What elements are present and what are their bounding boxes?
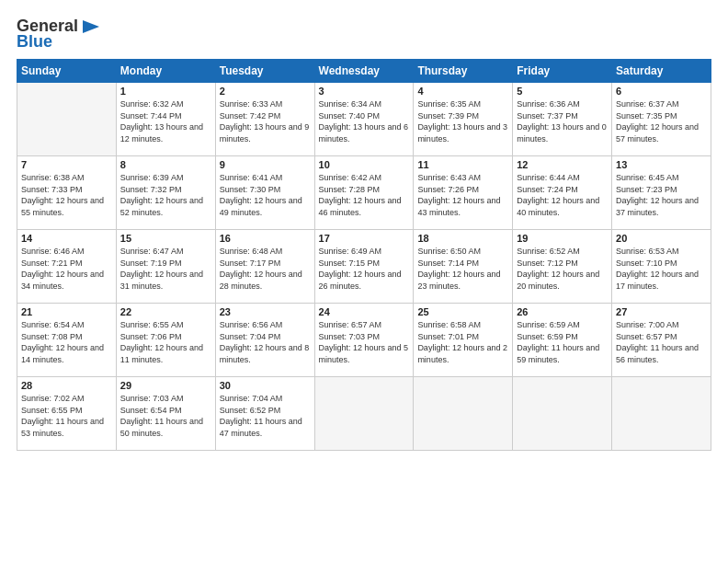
day-number: 20 xyxy=(616,233,707,244)
calendar-cell: 10 Sunrise: 6:42 AMSunset: 7:28 PMDaylig… xyxy=(314,156,414,230)
day-number: 17 xyxy=(319,233,410,244)
day-info: Sunrise: 6:46 AMSunset: 7:21 PMDaylight:… xyxy=(21,246,112,292)
day-number: 4 xyxy=(417,86,508,97)
header-saturday: Saturday xyxy=(612,60,711,83)
day-info: Sunrise: 6:35 AMSunset: 7:39 PMDaylight:… xyxy=(417,98,508,144)
calendar-cell: 15 Sunrise: 6:47 AMSunset: 7:19 PMDaylig… xyxy=(116,230,215,304)
calendar-cell: 16 Sunrise: 6:48 AMSunset: 7:17 PMDaylig… xyxy=(215,230,314,304)
calendar-cell: 25 Sunrise: 6:58 AMSunset: 7:01 PMDaylig… xyxy=(414,304,513,377)
day-number: 18 xyxy=(417,233,508,244)
calendar-cell xyxy=(612,377,711,451)
calendar-cell: 9 Sunrise: 6:41 AMSunset: 7:30 PMDayligh… xyxy=(215,156,314,230)
calendar-cell: 3 Sunrise: 6:34 AMSunset: 7:40 PMDayligh… xyxy=(314,83,414,156)
calendar-cell: 17 Sunrise: 6:49 AMSunset: 7:15 PMDaylig… xyxy=(314,230,414,304)
day-number: 13 xyxy=(616,159,707,170)
calendar-cell: 18 Sunrise: 6:50 AMSunset: 7:14 PMDaylig… xyxy=(414,230,513,304)
calendar-cell: 1 Sunrise: 6:32 AMSunset: 7:44 PMDayligh… xyxy=(116,83,215,156)
header-friday: Friday xyxy=(513,60,612,83)
day-number: 3 xyxy=(319,86,410,97)
calendar-cell: 21 Sunrise: 6:54 AMSunset: 7:08 PMDaylig… xyxy=(17,304,117,377)
day-number: 19 xyxy=(517,233,608,244)
day-number: 8 xyxy=(120,159,211,170)
day-info: Sunrise: 6:32 AMSunset: 7:44 PMDaylight:… xyxy=(120,98,211,144)
calendar-cell: 26 Sunrise: 6:59 AMSunset: 6:59 PMDaylig… xyxy=(513,304,612,377)
day-info: Sunrise: 6:37 AMSunset: 7:35 PMDaylight:… xyxy=(616,98,707,144)
calendar-cell: 29 Sunrise: 7:03 AMSunset: 6:54 PMDaylig… xyxy=(116,377,215,451)
header-sunday: Sunday xyxy=(17,60,117,83)
day-number: 21 xyxy=(21,306,112,317)
day-info: Sunrise: 6:56 AMSunset: 7:04 PMDaylight:… xyxy=(220,319,311,365)
logo-flag-icon xyxy=(81,19,101,34)
day-number: 24 xyxy=(319,306,410,317)
calendar-cell xyxy=(314,377,414,451)
day-info: Sunrise: 6:47 AMSunset: 7:19 PMDaylight:… xyxy=(120,246,211,292)
day-info: Sunrise: 6:42 AMSunset: 7:28 PMDaylight:… xyxy=(319,172,410,218)
day-number: 9 xyxy=(220,159,311,170)
day-number: 22 xyxy=(120,306,211,317)
logo: General Blue xyxy=(17,17,101,52)
day-number: 25 xyxy=(417,306,508,317)
day-number: 27 xyxy=(616,306,707,317)
day-info: Sunrise: 6:55 AMSunset: 7:06 PMDaylight:… xyxy=(120,319,211,365)
calendar-cell xyxy=(414,377,513,451)
day-info: Sunrise: 6:48 AMSunset: 7:17 PMDaylight:… xyxy=(220,246,311,292)
day-number: 28 xyxy=(21,380,112,391)
day-info: Sunrise: 6:53 AMSunset: 7:10 PMDaylight:… xyxy=(616,246,707,292)
calendar-cell: 13 Sunrise: 6:45 AMSunset: 7:23 PMDaylig… xyxy=(612,156,711,230)
calendar-cell: 22 Sunrise: 6:55 AMSunset: 7:06 PMDaylig… xyxy=(116,304,215,377)
weekday-header-row: Sunday Monday Tuesday Wednesday Thursday… xyxy=(17,60,711,83)
calendar-cell: 5 Sunrise: 6:36 AMSunset: 7:37 PMDayligh… xyxy=(513,83,612,156)
day-info: Sunrise: 6:34 AMSunset: 7:40 PMDaylight:… xyxy=(319,98,410,144)
header: General Blue xyxy=(17,17,711,52)
calendar-cell: 6 Sunrise: 6:37 AMSunset: 7:35 PMDayligh… xyxy=(612,83,711,156)
svg-marker-0 xyxy=(83,20,99,33)
day-info: Sunrise: 6:52 AMSunset: 7:12 PMDaylight:… xyxy=(517,246,608,292)
day-info: Sunrise: 7:00 AMSunset: 6:57 PMDaylight:… xyxy=(616,319,707,365)
calendar-row-2: 7 Sunrise: 6:38 AMSunset: 7:33 PMDayligh… xyxy=(17,156,711,230)
calendar-cell: 2 Sunrise: 6:33 AMSunset: 7:42 PMDayligh… xyxy=(215,83,314,156)
calendar-row-3: 14 Sunrise: 6:46 AMSunset: 7:21 PMDaylig… xyxy=(17,230,711,304)
day-info: Sunrise: 7:03 AMSunset: 6:54 PMDaylight:… xyxy=(120,393,211,439)
day-info: Sunrise: 6:43 AMSunset: 7:26 PMDaylight:… xyxy=(417,172,508,218)
day-number: 7 xyxy=(21,159,112,170)
day-number: 12 xyxy=(517,159,608,170)
calendar-cell: 27 Sunrise: 7:00 AMSunset: 6:57 PMDaylig… xyxy=(612,304,711,377)
day-info: Sunrise: 6:49 AMSunset: 7:15 PMDaylight:… xyxy=(319,246,410,292)
calendar-row-1: 1 Sunrise: 6:32 AMSunset: 7:44 PMDayligh… xyxy=(17,83,711,156)
calendar-cell xyxy=(513,377,612,451)
calendar-row-5: 28 Sunrise: 7:02 AMSunset: 6:55 PMDaylig… xyxy=(17,377,711,451)
day-info: Sunrise: 6:33 AMSunset: 7:42 PMDaylight:… xyxy=(220,98,311,144)
header-monday: Monday xyxy=(116,60,215,83)
calendar-cell: 12 Sunrise: 6:44 AMSunset: 7:24 PMDaylig… xyxy=(513,156,612,230)
day-number: 6 xyxy=(616,86,707,97)
day-number: 30 xyxy=(220,380,311,391)
calendar-cell: 7 Sunrise: 6:38 AMSunset: 7:33 PMDayligh… xyxy=(17,156,117,230)
day-info: Sunrise: 6:54 AMSunset: 7:08 PMDaylight:… xyxy=(21,319,112,365)
header-tuesday: Tuesday xyxy=(215,60,314,83)
day-number: 11 xyxy=(417,159,508,170)
day-number: 15 xyxy=(120,233,211,244)
header-wednesday: Wednesday xyxy=(314,60,414,83)
day-info: Sunrise: 6:38 AMSunset: 7:33 PMDaylight:… xyxy=(21,172,112,218)
day-number: 10 xyxy=(319,159,410,170)
calendar-cell: 14 Sunrise: 6:46 AMSunset: 7:21 PMDaylig… xyxy=(17,230,117,304)
logo-blue-text: Blue xyxy=(17,32,52,52)
calendar-row-4: 21 Sunrise: 6:54 AMSunset: 7:08 PMDaylig… xyxy=(17,304,711,377)
calendar-cell: 20 Sunrise: 6:53 AMSunset: 7:10 PMDaylig… xyxy=(612,230,711,304)
day-info: Sunrise: 7:02 AMSunset: 6:55 PMDaylight:… xyxy=(21,393,112,439)
day-info: Sunrise: 6:45 AMSunset: 7:23 PMDaylight:… xyxy=(616,172,707,218)
calendar-table: Sunday Monday Tuesday Wednesday Thursday… xyxy=(17,59,711,451)
day-number: 2 xyxy=(220,86,311,97)
calendar-page: General Blue Sunday Monday Tuesday Wedne… xyxy=(0,0,728,563)
calendar-cell: 8 Sunrise: 6:39 AMSunset: 7:32 PMDayligh… xyxy=(116,156,215,230)
header-thursday: Thursday xyxy=(414,60,513,83)
day-info: Sunrise: 6:50 AMSunset: 7:14 PMDaylight:… xyxy=(417,246,508,292)
calendar-cell: 23 Sunrise: 6:56 AMSunset: 7:04 PMDaylig… xyxy=(215,304,314,377)
day-info: Sunrise: 6:58 AMSunset: 7:01 PMDaylight:… xyxy=(417,319,508,365)
calendar-cell xyxy=(17,83,117,156)
day-info: Sunrise: 6:59 AMSunset: 6:59 PMDaylight:… xyxy=(517,319,608,365)
calendar-cell: 28 Sunrise: 7:02 AMSunset: 6:55 PMDaylig… xyxy=(17,377,117,451)
calendar-cell: 11 Sunrise: 6:43 AMSunset: 7:26 PMDaylig… xyxy=(414,156,513,230)
day-number: 5 xyxy=(517,86,608,97)
calendar-cell: 4 Sunrise: 6:35 AMSunset: 7:39 PMDayligh… xyxy=(414,83,513,156)
